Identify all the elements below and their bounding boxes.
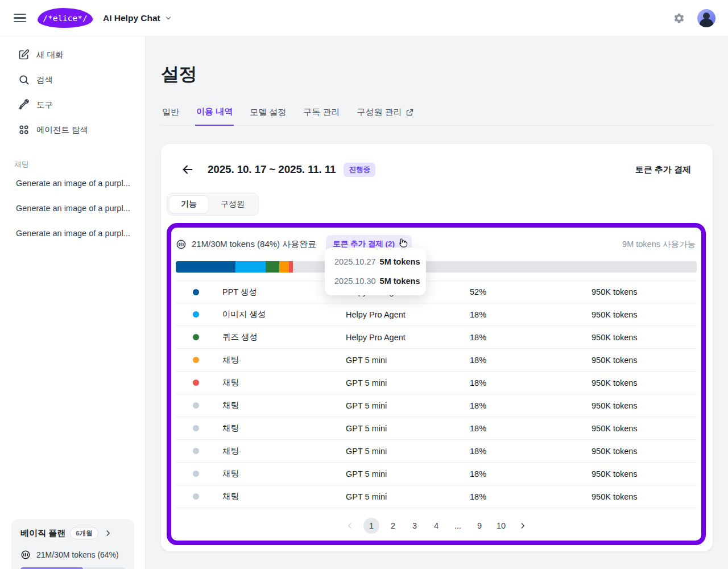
view-tab-members[interactable]: 구성원 xyxy=(209,195,257,213)
token-count: 950K tokens xyxy=(592,492,697,501)
period-date-range: 2025. 10. 17 ~ 2025. 11. 11 xyxy=(208,163,336,176)
feature-color-dot xyxy=(193,402,199,409)
feature-name: 채팅 xyxy=(216,446,346,456)
token-coin-icon xyxy=(176,239,187,250)
token-count: 950K tokens xyxy=(592,378,697,387)
usage-progress-bar xyxy=(176,261,697,273)
usage-percent: 18% xyxy=(470,401,592,410)
back-arrow-icon[interactable] xyxy=(181,163,194,176)
feature-name: 채팅 xyxy=(216,400,346,411)
settings-gear-icon[interactable] xyxy=(673,13,685,24)
feature-color-dot xyxy=(193,448,199,454)
table-row: 채팅GPT 5 mini18%950K tokens xyxy=(176,394,697,417)
token-count: 950K tokens xyxy=(592,310,697,319)
user-avatar[interactable] xyxy=(697,9,715,27)
plan-usage-text: 21M/30M tokens (64%) xyxy=(36,550,119,559)
pagination-page-10[interactable]: 10 xyxy=(493,518,509,534)
external-link-icon xyxy=(406,108,414,117)
plan-duration-badge: 6개월 xyxy=(70,527,98,539)
usage-percent: 18% xyxy=(470,333,592,342)
pagination-prev-icon xyxy=(342,518,358,534)
sidebar-item-search[interactable]: 검색 xyxy=(0,67,145,92)
token-count: 950K tokens xyxy=(592,401,697,410)
tab-members-label: 구성원 관리 xyxy=(357,107,402,118)
view-segmented-control: 기능 구성원 xyxy=(167,193,259,216)
usage-percent: 52% xyxy=(470,287,592,296)
pagination: 1234...910 xyxy=(173,518,699,534)
feature-name: 퀴즈 생성 xyxy=(216,332,346,343)
topup-dropdown-item[interactable]: 2025.10.30 5M tokens xyxy=(325,271,426,291)
tab-general[interactable]: 일반 xyxy=(161,106,180,125)
table-row: 채팅GPT 5 mini18%950K tokens xyxy=(176,440,697,463)
table-row: 채팅GPT 5 mini18%950K tokens xyxy=(176,417,697,440)
model-name: GPT 5 mini xyxy=(346,424,470,433)
topup-dropdown-item[interactable]: 2025.10.27 5M tokens xyxy=(325,252,426,271)
chat-list-item[interactable]: Generate an image of a purpl... xyxy=(0,171,145,196)
pagination-page-1[interactable]: 1 xyxy=(363,518,379,534)
pagination-page-9[interactable]: 9 xyxy=(471,518,487,534)
usage-percent: 18% xyxy=(470,424,592,433)
pagination-page-3[interactable]: 3 xyxy=(407,518,423,534)
table-row: 채팅GPT 5 mini18%950K tokens xyxy=(176,349,697,372)
elice-logo[interactable]: /*elice*/ xyxy=(38,8,93,28)
usage-percent: 18% xyxy=(470,310,592,319)
search-icon xyxy=(18,74,30,85)
model-name: GPT 5 mini xyxy=(346,356,470,365)
feature-color-dot xyxy=(193,471,199,477)
feature-color-dot xyxy=(193,380,199,386)
sidebar-item-label: 도구 xyxy=(36,100,53,110)
chats-section-label: 채팅 xyxy=(14,159,145,170)
top-header: /*elice*/ AI Helpy Chat xyxy=(0,0,728,36)
model-name: GPT 5 mini xyxy=(346,492,470,501)
usage-period-card: 2025. 10. 17 ~ 2025. 11. 11 진행중 토큰 추가 결제… xyxy=(161,144,713,551)
pagination-page-2[interactable]: 2 xyxy=(385,518,401,534)
sidebar-item-new-chat[interactable]: 새 대화 xyxy=(0,42,145,67)
token-count: 950K tokens xyxy=(592,356,697,365)
sidebar-item-agent-explore[interactable]: 에이전트 탐색 xyxy=(0,117,145,142)
sidebar-item-tools[interactable]: 도구 xyxy=(0,92,145,117)
chevron-right-icon xyxy=(104,529,112,537)
feature-color-dot xyxy=(193,493,199,500)
pagination-next-icon[interactable] xyxy=(515,518,531,534)
usage-bar-segment xyxy=(266,261,279,273)
elice-logo-text: /*elice*/ xyxy=(43,14,88,23)
tab-usage-history[interactable]: 이용 내역 xyxy=(195,106,234,126)
feature-name: 채팅 xyxy=(216,377,346,388)
usage-bar-segment xyxy=(279,261,288,273)
usage-percent: 18% xyxy=(470,447,592,456)
table-row: 채팅GPT 5 mini18%950K tokens xyxy=(176,372,697,394)
chat-list-item[interactable]: Generate an image of a purpl... xyxy=(0,196,145,221)
feature-color-dot xyxy=(193,357,199,363)
usage-bar-segment xyxy=(289,261,293,273)
table-row: 퀴즈 생성Helpy Pro Agent18%950K tokens xyxy=(176,326,697,349)
usage-bar-segment xyxy=(235,261,266,273)
feature-color-dot xyxy=(193,334,199,340)
hamburger-menu-icon[interactable] xyxy=(14,12,26,24)
plan-name: 베이직 플랜 xyxy=(20,528,65,539)
topup-amount: 5M tokens xyxy=(380,277,420,286)
topup-amount: 5M tokens xyxy=(380,257,420,266)
pagination-page-4[interactable]: 4 xyxy=(428,518,444,534)
token-count: 950K tokens xyxy=(592,287,697,296)
tab-members[interactable]: 구성원 관리 xyxy=(356,106,415,125)
feature-name: 채팅 xyxy=(216,468,346,479)
view-tab-features[interactable]: 기능 xyxy=(169,195,209,213)
token-count: 950K tokens xyxy=(592,424,697,433)
tab-model-settings[interactable]: 모델 설정 xyxy=(249,106,287,125)
table-row: 채팅GPT 5 mini18%950K tokens xyxy=(176,485,697,508)
page-title: 설정 xyxy=(161,62,728,87)
usage-table: PPT 생성Helpy Pro Agent52%950K tokens이미지 생… xyxy=(176,281,697,508)
usage-panel: 21M/30M tokens (84%) 사용완료 토큰 추가 결제 (2) 9… xyxy=(167,223,706,545)
token-count: 950K tokens xyxy=(592,333,697,342)
tokens-available-text: 9M tokens 사용가능 xyxy=(622,239,697,250)
app-title-dropdown[interactable]: AI Helpy Chat xyxy=(103,13,172,23)
agents-grid-icon xyxy=(18,124,30,135)
status-badge: 진행중 xyxy=(344,163,375,177)
plan-card[interactable]: 베이직 플랜 6개월 21M/30M tokens (64%) xyxy=(11,519,134,569)
usage-bar-segment xyxy=(176,261,235,273)
tools-icon xyxy=(18,99,30,110)
token-topup-link[interactable]: 토큰 추가 결제 xyxy=(635,164,691,175)
model-name: GPT 5 mini xyxy=(346,401,470,410)
chat-list-item[interactable]: Generate an image of a purpl... xyxy=(0,221,145,246)
tab-subscription[interactable]: 구독 관리 xyxy=(302,106,341,125)
